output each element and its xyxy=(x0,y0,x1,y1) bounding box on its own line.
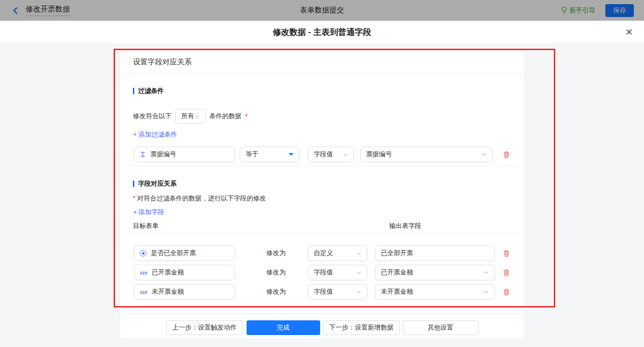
caret-down-icon xyxy=(289,153,293,156)
panel-content: 过滤条件 修改符合以下 所有 条件的数据 * + 添加过滤条件 xyxy=(120,74,524,313)
other-settings-button[interactable]: 其他设置 xyxy=(403,320,478,335)
chevron-down-icon xyxy=(356,290,362,295)
match-suffix-label: 条件的数据 xyxy=(209,112,242,120)
delete-filter-icon[interactable] xyxy=(503,151,510,159)
chevron-down-icon xyxy=(356,251,362,256)
filter-value-select[interactable]: 票据编号 xyxy=(360,147,493,162)
filter-section-title: 过滤条件 xyxy=(133,87,511,95)
filter-value-type-select[interactable]: 字段值 xyxy=(308,147,354,162)
topbar-left: 修改开票数据 xyxy=(12,5,70,16)
target-field-picker[interactable]: 是否已全部开票 xyxy=(134,245,235,261)
required-mark: * xyxy=(245,113,247,120)
mapping-row: 是否已全部开票 修改为 自定义 xyxy=(133,245,511,261)
match-prefix-label: 修改符合以下 xyxy=(133,112,172,120)
target-field-picker[interactable]: 123 已开票金额 xyxy=(134,265,235,280)
mapping-section-title: 字段对应关系 xyxy=(133,180,511,188)
text-field-icon xyxy=(140,151,146,158)
modify-to-label: 修改为 xyxy=(266,249,308,257)
chevron-down-icon xyxy=(481,152,487,157)
chevron-down-icon xyxy=(195,114,200,119)
divider xyxy=(126,166,518,166)
delete-mapping-icon[interactable] xyxy=(503,269,510,277)
match-condition-line: 修改符合以下 所有 条件的数据 * xyxy=(133,108,511,124)
mapping-row: 123 已开票金额 修改为 字段值 已开票金额 xyxy=(133,265,511,280)
next-step-button[interactable]: 下一步：设置新增数据 xyxy=(323,320,400,335)
add-filter-condition-link[interactable]: + 添加过滤条件 xyxy=(133,130,177,139)
modal-header: 修改数据 - 主表到普通字段 ✕ xyxy=(0,21,644,44)
panel-footer: 上一步：设置触发动作 完成 下一步：设置新增数据 其他设置 xyxy=(120,313,524,335)
add-field-link[interactable]: + 添加字段 xyxy=(133,207,164,216)
output-field-select[interactable]: 未开票金额 xyxy=(375,284,495,300)
chevron-down-icon xyxy=(343,152,348,157)
settings-panel: 设置字段对应关系 过滤条件 修改符合以下 所有 条件的数据 xyxy=(120,51,524,339)
topbar: 修改开票数据 表单数据提交 新手引导 保存 xyxy=(0,0,644,21)
chevron-down-icon xyxy=(356,270,362,275)
save-button[interactable]: 保存 xyxy=(605,4,634,17)
topbar-title: 表单数据提交 xyxy=(300,6,344,15)
number-field-icon: 123 xyxy=(140,270,147,275)
filter-condition-row: 票据编号 等于 字段值 票据编号 xyxy=(133,147,511,162)
screen: 修改开票数据 表单数据提交 新手引导 保存 修改数据 - 主表到普通字段 ✕ 设… xyxy=(0,0,644,347)
required-mark: * xyxy=(133,194,135,202)
delete-mapping-icon[interactable] xyxy=(503,288,510,296)
beginner-guide-label: 新手引导 xyxy=(569,6,595,15)
value-type-select[interactable]: 字段值 xyxy=(308,265,368,280)
number-field-icon: 123 xyxy=(140,290,147,295)
value-type-select[interactable]: 自定义 xyxy=(308,245,368,261)
divider xyxy=(126,233,518,234)
section-bar xyxy=(133,88,134,94)
lightbulb-icon xyxy=(561,6,567,14)
radio-field-icon xyxy=(140,250,146,256)
section-bar xyxy=(133,181,134,187)
mapping-description: * 对符合过滤条件的数据，进行以下字段的修改 xyxy=(133,194,511,202)
mapping-row: 123 未开票金额 修改为 字段值 未开票金额 xyxy=(133,284,511,300)
panel-header: 设置字段对应关系 xyxy=(120,51,524,74)
value-type-select[interactable]: 字段值 xyxy=(308,284,368,300)
modal-body: 设置字段对应关系 过滤条件 修改符合以下 所有 条件的数据 xyxy=(0,44,644,347)
custom-value-input[interactable] xyxy=(375,245,495,261)
workflow-name[interactable]: 修改开票数据 xyxy=(26,5,70,16)
beginner-guide-link[interactable]: 新手引导 xyxy=(561,6,595,15)
modify-to-label: 修改为 xyxy=(266,268,308,277)
mapping-table-header: 目标表单 输出表字段 xyxy=(133,222,511,230)
column-output-field: 输出表字段 xyxy=(389,222,421,230)
chevron-down-icon xyxy=(483,289,489,295)
topbar-right: 新手引导 保存 xyxy=(561,4,634,17)
modal-title: 修改数据 - 主表到普通字段 xyxy=(273,27,371,38)
back-chevron-icon[interactable] xyxy=(12,7,18,14)
done-button[interactable]: 完成 xyxy=(247,320,320,335)
modify-to-label: 修改为 xyxy=(266,288,308,296)
prev-step-button[interactable]: 上一步：设置触发动作 xyxy=(166,320,243,335)
output-field-select[interactable]: 已开票金额 xyxy=(375,265,495,280)
column-target-form: 目标表单 xyxy=(133,222,159,229)
chevron-down-icon xyxy=(483,270,489,275)
delete-mapping-icon[interactable] xyxy=(503,250,510,257)
target-field-picker[interactable]: 123 未开票金额 xyxy=(134,284,235,300)
close-icon[interactable]: ✕ xyxy=(625,28,633,37)
filter-operator-select[interactable]: 等于 xyxy=(240,147,299,162)
filter-field-picker[interactable]: 票据编号 xyxy=(134,147,235,162)
match-mode-select[interactable]: 所有 xyxy=(175,109,206,124)
